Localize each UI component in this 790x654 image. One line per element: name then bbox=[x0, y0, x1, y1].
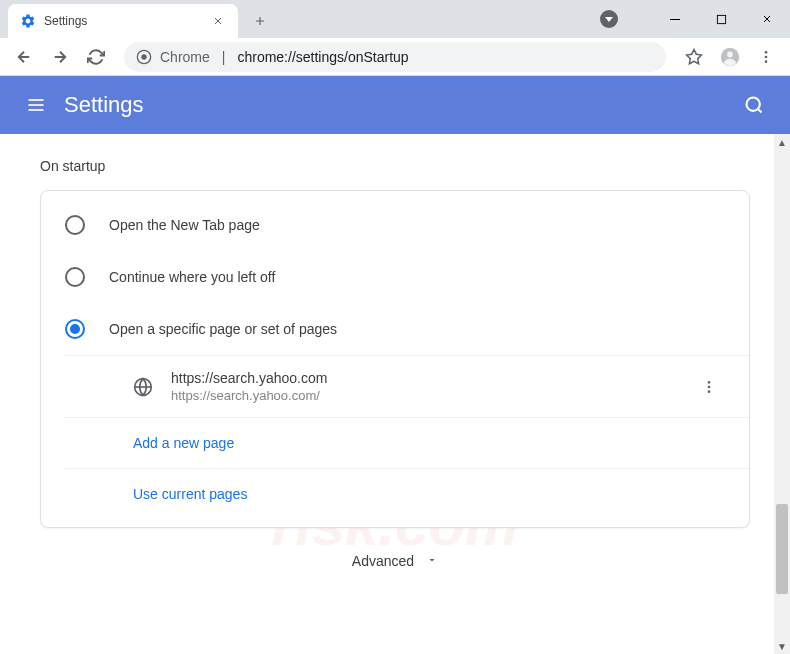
search-icon[interactable] bbox=[734, 85, 774, 125]
chrome-menu-icon[interactable] bbox=[750, 41, 782, 73]
radio-continue[interactable]: Continue where you left off bbox=[41, 251, 749, 303]
svg-point-3 bbox=[141, 54, 146, 59]
close-window-button[interactable] bbox=[744, 0, 790, 38]
more-options-icon[interactable] bbox=[693, 371, 725, 403]
browser-tab[interactable]: Settings bbox=[8, 4, 238, 38]
page-info: https://search.yahoo.com https://search.… bbox=[171, 370, 675, 403]
add-page-link[interactable]: Add a new page bbox=[133, 435, 234, 451]
radio-new-tab[interactable]: Open the New Tab page bbox=[41, 199, 749, 251]
site-info-icon[interactable] bbox=[136, 49, 152, 65]
add-page-row: Add a new page bbox=[65, 417, 749, 468]
forward-button[interactable] bbox=[44, 41, 76, 73]
svg-point-19 bbox=[708, 390, 711, 393]
svg-line-14 bbox=[758, 109, 762, 113]
svg-point-7 bbox=[765, 51, 768, 54]
new-tab-button[interactable] bbox=[246, 7, 274, 35]
profile-avatar-icon[interactable] bbox=[714, 41, 746, 73]
startup-card: Open the New Tab page Continue where you… bbox=[40, 190, 750, 528]
svg-point-8 bbox=[765, 55, 768, 58]
page-title: Settings bbox=[64, 92, 734, 118]
url-path: chrome://settings/onStartup bbox=[237, 49, 408, 65]
minimize-button[interactable] bbox=[652, 0, 698, 38]
use-current-link[interactable]: Use current pages bbox=[133, 486, 247, 502]
advanced-toggle[interactable]: Advanced bbox=[40, 528, 750, 594]
radio-specific-page[interactable]: Open a specific page or set of pages bbox=[41, 303, 749, 355]
back-button[interactable] bbox=[8, 41, 40, 73]
radio-button[interactable] bbox=[65, 267, 85, 287]
radio-button[interactable] bbox=[65, 319, 85, 339]
startup-page-title: https://search.yahoo.com bbox=[171, 370, 675, 386]
close-tab-icon[interactable] bbox=[210, 13, 226, 29]
startup-page-url: https://search.yahoo.com/ bbox=[171, 388, 675, 403]
scroll-down-arrow[interactable]: ▼ bbox=[774, 638, 790, 654]
radio-label: Open the New Tab page bbox=[109, 217, 260, 233]
reload-button[interactable] bbox=[80, 41, 112, 73]
tab-title: Settings bbox=[44, 14, 202, 28]
section-title: On startup bbox=[40, 158, 750, 174]
use-current-row: Use current pages bbox=[65, 468, 749, 519]
globe-icon bbox=[133, 377, 153, 397]
svg-point-6 bbox=[727, 51, 733, 57]
content-area: PC risk.com On startup Open the New Tab … bbox=[0, 134, 790, 654]
svg-marker-4 bbox=[687, 49, 702, 63]
radio-label: Open a specific page or set of pages bbox=[109, 321, 337, 337]
settings-gear-icon bbox=[20, 13, 36, 29]
tab-strip: Settings bbox=[0, 0, 790, 38]
svg-point-17 bbox=[708, 381, 711, 384]
chevron-down-icon bbox=[426, 552, 438, 570]
window-controls bbox=[652, 0, 790, 38]
startup-page-entry: https://search.yahoo.com https://search.… bbox=[65, 355, 749, 417]
bookmark-star-icon[interactable] bbox=[678, 41, 710, 73]
advanced-label: Advanced bbox=[352, 553, 414, 569]
svg-point-13 bbox=[747, 98, 760, 111]
svg-point-9 bbox=[765, 60, 768, 63]
url-scheme: Chrome bbox=[160, 49, 210, 65]
svg-rect-0 bbox=[670, 19, 680, 20]
radio-button[interactable] bbox=[65, 215, 85, 235]
address-bar[interactable]: Chrome | chrome://settings/onStartup bbox=[124, 42, 666, 72]
radio-label: Continue where you left off bbox=[109, 269, 275, 285]
url-divider: | bbox=[222, 49, 226, 65]
extension-dropdown-icon[interactable] bbox=[600, 10, 618, 28]
svg-rect-1 bbox=[717, 15, 725, 23]
hamburger-menu-icon[interactable] bbox=[16, 85, 56, 125]
maximize-button[interactable] bbox=[698, 0, 744, 38]
settings-header: Settings bbox=[0, 76, 790, 134]
browser-toolbar: Chrome | chrome://settings/onStartup bbox=[0, 38, 790, 76]
svg-point-18 bbox=[708, 385, 711, 388]
